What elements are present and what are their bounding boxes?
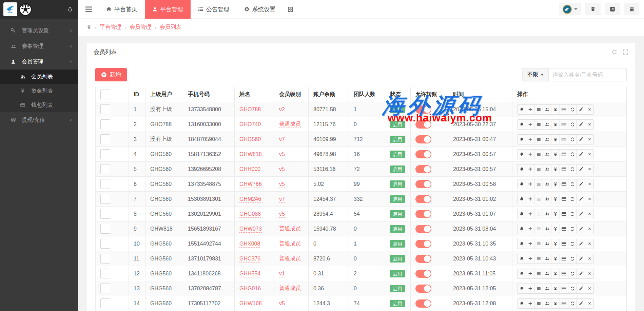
pencil-action-button[interactable] bbox=[577, 298, 585, 309]
transfer-toggle[interactable] bbox=[415, 195, 431, 203]
pencil-action-button[interactable] bbox=[577, 284, 585, 294]
recycle-action-button[interactable] bbox=[568, 164, 577, 174]
member-name-link[interactable]: GHO740 bbox=[239, 121, 261, 128]
groupact-action-button[interactable] bbox=[543, 164, 551, 174]
member-name-link[interactable]: GHW073 bbox=[239, 226, 262, 233]
groupact-action-button[interactable] bbox=[543, 269, 551, 279]
transfer-toggle[interactable] bbox=[415, 135, 431, 143]
member-name-link[interactable]: GHX008 bbox=[239, 241, 260, 248]
member-name-link[interactable]: GHM246 bbox=[239, 196, 261, 203]
transfer-toggle[interactable] bbox=[415, 255, 431, 263]
bars-action-button[interactable] bbox=[534, 119, 543, 130]
member-name-link[interactable]: GHO788 bbox=[239, 106, 261, 113]
close-action-button[interactable] bbox=[585, 209, 594, 219]
plus-action-button[interactable] bbox=[526, 284, 534, 294]
recycle-action-button[interactable] bbox=[568, 119, 577, 130]
card-action-button[interactable] bbox=[560, 298, 568, 309]
bell-action-button[interactable] bbox=[517, 164, 526, 174]
yen-action-button[interactable]: ¥ bbox=[551, 269, 560, 279]
member-name-link[interactable]: GHW818 bbox=[239, 151, 262, 158]
yen-action-button[interactable]: ¥ bbox=[551, 104, 560, 115]
yen-action-button[interactable]: ¥ bbox=[551, 298, 560, 309]
groupact-action-button[interactable] bbox=[543, 149, 551, 159]
plus-action-button[interactable] bbox=[526, 119, 534, 130]
groupact-action-button[interactable] bbox=[543, 194, 551, 204]
transfer-toggle[interactable] bbox=[415, 240, 431, 248]
card-action-button[interactable] bbox=[560, 104, 568, 115]
member-name-link[interactable]: GHG016 bbox=[239, 286, 261, 292]
sidebar-item-3[interactable]: 会员管理‹ bbox=[0, 54, 78, 70]
plus-action-button[interactable] bbox=[526, 149, 534, 159]
member-name-link[interactable]: GHG560 bbox=[239, 136, 261, 143]
pencil-action-button[interactable] bbox=[577, 104, 585, 115]
yen-action-button[interactable]: ¥ bbox=[551, 149, 560, 159]
card-action-button[interactable] bbox=[560, 164, 568, 174]
groupact-action-button[interactable] bbox=[543, 224, 551, 234]
row-checkbox[interactable] bbox=[100, 284, 110, 293]
yen-action-button[interactable]: ¥ bbox=[551, 284, 560, 294]
row-checkbox[interactable] bbox=[100, 164, 110, 174]
pencil-action-button[interactable] bbox=[577, 134, 585, 144]
filter-dropdown[interactable]: 不限 bbox=[522, 68, 549, 81]
transfer-toggle[interactable] bbox=[415, 225, 431, 233]
recycle-action-button[interactable] bbox=[568, 179, 577, 189]
card-action-button[interactable] bbox=[560, 179, 568, 189]
sidebar-subitem-2[interactable]: ¥资金列表 bbox=[0, 84, 78, 98]
plus-action-button[interactable] bbox=[526, 104, 534, 115]
member-level-link[interactable]: 普通成员 bbox=[279, 226, 301, 232]
layout-menu-button[interactable] bbox=[624, 3, 639, 15]
transfer-toggle[interactable] bbox=[415, 165, 431, 173]
card-action-button[interactable] bbox=[560, 254, 568, 264]
row-checkbox[interactable] bbox=[100, 224, 110, 234]
bell-action-button[interactable] bbox=[517, 224, 526, 234]
bell-action-button[interactable] bbox=[517, 209, 526, 219]
member-level-link[interactable]: v1 bbox=[279, 271, 285, 277]
breadcrumb-link[interactable]: 会员列表 bbox=[160, 24, 181, 31]
transfer-toggle[interactable] bbox=[415, 105, 431, 114]
card-action-button[interactable] bbox=[560, 239, 568, 249]
member-name-link[interactable]: GHW766 bbox=[239, 181, 262, 188]
member-name-link[interactable]: GHH554 bbox=[239, 271, 260, 277]
yen-action-button[interactable]: ¥ bbox=[551, 239, 560, 249]
member-level-link[interactable]: v5 bbox=[279, 300, 285, 307]
nav-item-3[interactable]: 公告管理 bbox=[191, 0, 237, 19]
apps-grid-icon[interactable] bbox=[283, 6, 298, 12]
recycle-action-button[interactable] bbox=[568, 104, 577, 115]
bars-action-button[interactable] bbox=[534, 209, 543, 219]
plus-action-button[interactable] bbox=[526, 134, 534, 144]
member-level-link[interactable]: 普通成员 bbox=[279, 285, 301, 292]
bell-action-button[interactable] bbox=[517, 149, 526, 159]
groupact-action-button[interactable] bbox=[543, 119, 551, 130]
row-checkbox[interactable] bbox=[100, 104, 110, 114]
member-level-link[interactable]: v2 bbox=[279, 106, 285, 113]
member-level-link[interactable]: v7 bbox=[279, 196, 285, 203]
bars-action-button[interactable] bbox=[534, 164, 543, 174]
bars-action-button[interactable] bbox=[534, 179, 543, 189]
transfer-toggle[interactable] bbox=[415, 210, 431, 218]
member-level-link[interactable]: v7 bbox=[279, 136, 285, 143]
recycle-action-button[interactable] bbox=[568, 194, 577, 204]
row-checkbox[interactable] bbox=[100, 194, 110, 204]
pencil-action-button[interactable] bbox=[577, 164, 585, 174]
recycle-action-button[interactable] bbox=[568, 134, 577, 144]
row-checkbox[interactable] bbox=[100, 239, 110, 249]
transfer-toggle[interactable] bbox=[415, 150, 431, 158]
search-input[interactable] bbox=[549, 68, 627, 81]
bell-action-button[interactable] bbox=[517, 119, 526, 130]
member-name-link[interactable]: GHG088 bbox=[239, 211, 261, 218]
plus-action-button[interactable] bbox=[526, 239, 534, 249]
groupact-action-button[interactable] bbox=[543, 239, 551, 249]
card-action-button[interactable] bbox=[560, 284, 568, 294]
recycle-action-button[interactable] bbox=[568, 284, 577, 294]
bell-action-button[interactable] bbox=[517, 239, 526, 249]
groupact-action-button[interactable] bbox=[543, 284, 551, 294]
fullscreen-icon[interactable] bbox=[623, 49, 628, 55]
plus-action-button[interactable] bbox=[526, 179, 534, 189]
member-level-link[interactable]: 普通成员 bbox=[279, 121, 301, 128]
close-action-button[interactable] bbox=[585, 194, 594, 204]
recycle-action-button[interactable] bbox=[568, 269, 577, 279]
recycle-action-button[interactable] bbox=[568, 239, 577, 249]
recycle-action-button[interactable] bbox=[568, 224, 577, 234]
card-action-button[interactable] bbox=[560, 209, 568, 219]
row-checkbox[interactable] bbox=[100, 149, 110, 159]
